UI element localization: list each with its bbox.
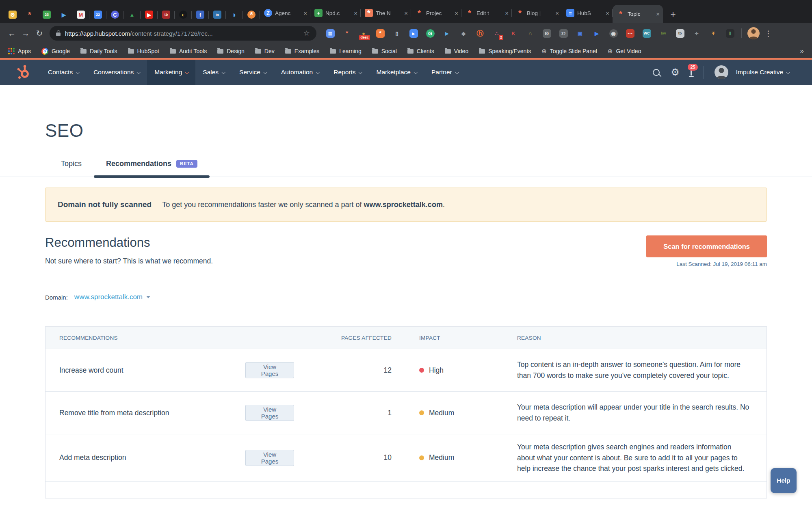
forward-button[interactable]: → (19, 26, 32, 40)
pinned-tab-dark-logo[interactable]: ◐ (175, 6, 192, 23)
bookmark-audit-tools[interactable]: Audit Tools (170, 48, 207, 54)
nav-item-contacts[interactable]: Contacts (41, 60, 86, 85)
nav-item-automation[interactable]: Automation (274, 60, 326, 85)
pinned-tab-calendar-22[interactable]: 22 (89, 6, 106, 23)
browser-tab-blog-[interactable]: *Blog |× (512, 5, 562, 21)
pinned-tab-youtube[interactable]: ▶ (141, 6, 158, 23)
pinned-tab-twitter[interactable]: ◗ (226, 6, 243, 23)
extension-shield-gray-icon[interactable]: ◆ (459, 28, 468, 38)
bookmark-learning[interactable]: Learning (330, 48, 362, 54)
pinned-tab-tb-red[interactable]: tb (158, 6, 175, 23)
nav-item-sales[interactable]: Sales (195, 60, 232, 85)
bookmark-star-icon[interactable]: ☆ (303, 29, 310, 38)
tab-close-icon[interactable]: × (656, 11, 660, 17)
bookmark-clients[interactable]: Clients (407, 48, 434, 54)
back-button[interactable]: ← (5, 26, 19, 40)
view-pages-button[interactable]: View Pages (245, 362, 294, 378)
bookmark-toggle-slide-panel[interactable]: ⊕Toggle Slide Panel (541, 47, 597, 55)
nav-item-partner[interactable]: Partner (424, 60, 466, 85)
bookmarks-overflow-icon[interactable]: » (800, 47, 804, 55)
nav-item-conversations[interactable]: Conversations (86, 60, 147, 85)
bookmark-google[interactable]: Google (41, 48, 70, 55)
extension-tb-light-icon[interactable]: tb (675, 28, 685, 38)
scan-for-recommendations-button[interactable]: Scan for recommendations (646, 235, 767, 257)
gear-icon[interactable]: ⚙ (671, 67, 680, 77)
extension-23-gray-icon[interactable]: 23 (559, 28, 568, 38)
extension-zoom-camera-icon[interactable]: ▸ (409, 28, 418, 38)
reload-button[interactable]: ↻ (32, 26, 46, 40)
bookmark-examples[interactable]: Examples (285, 48, 319, 54)
search-icon[interactable] (653, 69, 660, 76)
view-pages-button[interactable]: View Pages (245, 405, 294, 421)
tab-close-icon[interactable]: × (303, 10, 307, 17)
pinned-tab-hubspot-sprocket[interactable]: * (21, 6, 38, 23)
extension-brackets-dark-icon[interactable]: [] (725, 28, 735, 38)
browser-tab-topic[interactable]: *Topic× (613, 5, 663, 23)
extension-bulb-gray-icon[interactable]: ʘ (542, 28, 552, 38)
bookmark-hubspot[interactable]: HubSpot (128, 48, 159, 54)
domain-dropdown[interactable]: www.sprockettalk.com (74, 293, 143, 301)
extension-grammarly-icon[interactable]: G (425, 28, 435, 38)
nav-item-marketplace[interactable]: Marketplace (369, 60, 424, 85)
ssl-lock-icon[interactable] (56, 32, 61, 36)
extension-cross-gray-icon[interactable]: + (692, 28, 702, 38)
bookmark-apps[interactable]: Apps (8, 48, 31, 54)
extension-android-icon[interactable]: ∩ (525, 28, 535, 38)
browser-menu-icon[interactable]: ⋮ (764, 29, 772, 38)
browser-tab-projec[interactable]: *Projec× (411, 5, 461, 21)
tab-close-icon[interactable]: × (555, 10, 559, 17)
extension-dots-pink-icon[interactable]: ∴2 (492, 28, 502, 38)
page-tab-topics[interactable]: Topics (49, 160, 94, 177)
pinned-tab-gmail[interactable]: M (72, 6, 89, 23)
pinned-tab-c-app[interactable]: C (106, 6, 123, 23)
extension-hubspot-orange-icon[interactable]: * (375, 28, 385, 38)
extension-builtwith-icon[interactable]: bw (658, 28, 668, 38)
extension-desk-bell-icon[interactable]: ●desc (359, 28, 368, 38)
help-button[interactable]: Help (771, 468, 797, 493)
hubspot-logo-icon[interactable] (16, 65, 31, 80)
view-pages-button[interactable]: View Pages (245, 450, 294, 466)
bookmark-daily-tools[interactable]: Daily Tools (80, 48, 117, 54)
extension-hubspot-ext-icon[interactable]: * (342, 28, 352, 38)
nav-item-reports[interactable]: Reports (326, 60, 369, 85)
extension-k-red-icon[interactable]: K (509, 28, 518, 38)
bookmark-speaking-events[interactable]: Speaking/Events (479, 48, 531, 54)
new-tab-button[interactable]: + (666, 7, 680, 21)
tab-close-icon[interactable]: × (354, 10, 357, 17)
pinned-tab-lightbulb-yellow[interactable]: ʘ (4, 6, 21, 23)
bookmark-get-video[interactable]: ⊕Get Video (608, 47, 641, 55)
bookmark-design[interactable]: Design (217, 48, 245, 54)
tab-close-icon[interactable]: × (505, 10, 509, 17)
pinned-tab-google-drive[interactable]: ▲ (123, 6, 141, 23)
pinned-tab-blue-bird[interactable]: ▸ (55, 6, 72, 23)
extension-bird-blue-icon[interactable]: ▸ (442, 28, 452, 38)
browser-tab-agenc[interactable]: ZAgenc× (260, 5, 310, 21)
extension-frame-blue-icon[interactable]: ▣ (575, 28, 585, 38)
page-tab-recommendations[interactable]: RecommendationsBETA (94, 160, 210, 177)
extension-tsquare-orange-icon[interactable]: Ŧ (708, 28, 718, 38)
address-bar[interactable]: https://app.hubspot.com/content-strategy… (50, 26, 316, 41)
bookmark-dev[interactable]: Dev (255, 48, 275, 54)
tab-close-icon[interactable]: × (606, 10, 609, 17)
browser-tab-the-n[interactable]: *The N× (361, 5, 411, 21)
browser-tab-npd-c[interactable]: +Npd.c× (310, 5, 361, 21)
bookmark-video[interactable]: Video (445, 48, 469, 54)
notifications-bell[interactable]: 25 (691, 69, 692, 76)
extension-play-blue-icon[interactable]: ▶ (592, 28, 602, 38)
pinned-tab-orange-sun[interactable]: * (243, 6, 260, 23)
pinned-tab-green-23[interactable]: 23 (38, 6, 55, 23)
browser-tab-edit-t[interactable]: *Edit t× (461, 5, 512, 21)
dropdown-caret-icon[interactable] (146, 296, 150, 298)
tab-close-icon[interactable]: × (455, 10, 458, 17)
pinned-tab-facebook[interactable]: f (192, 6, 209, 23)
tab-close-icon[interactable]: × (404, 10, 408, 17)
extension-record-gray-icon[interactable]: ◉ (608, 28, 618, 38)
bookmark-social[interactable]: Social (372, 48, 397, 54)
browser-profile-avatar[interactable] (747, 27, 760, 39)
extension-wordcounter-icon[interactable]: WC (642, 28, 652, 38)
extension-red-dots-box-icon[interactable]: ⋯ (625, 28, 635, 38)
nav-item-service[interactable]: Service (232, 60, 274, 85)
account-menu[interactable]: Impulse Creative (736, 69, 789, 76)
extension-reader-blue-icon[interactable]: ≣ (325, 28, 335, 38)
browser-tab-hubs[interactable]: ≡HubS× (562, 5, 613, 21)
